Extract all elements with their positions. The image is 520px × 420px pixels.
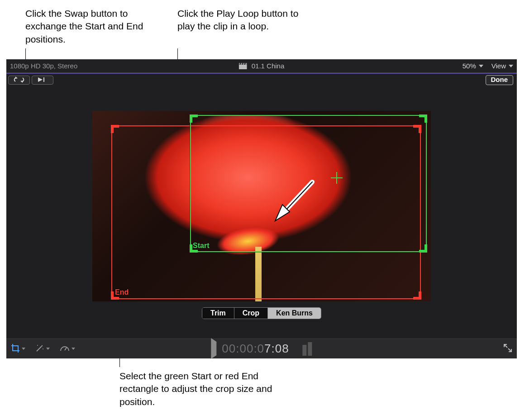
timecode-emph: 7:08 [264,342,289,355]
zoom-popup[interactable]: 50% [463,62,483,70]
play-loop-button[interactable] [32,76,53,85]
svg-point-14 [37,345,38,346]
project-format: 1080p HD 30p, Stereo [10,62,77,70]
callout-select-rect: Select the green Start or red End rectan… [119,370,273,408]
play-loop-icon [36,76,49,84]
crop-toolbar: Done [6,74,517,86]
resize-handle-icon[interactable] [190,244,198,253]
crosshair-icon [331,172,343,184]
svg-line-12 [37,346,42,351]
done-label: Done [491,76,508,83]
resize-handle-icon[interactable] [413,291,421,300]
svg-marker-5 [15,76,18,79]
project-info-bar: 1080p HD 30p, Stereo 01.1 China 50% View [6,59,517,73]
callout-play-loop: Click the Play Loop button to play the c… [177,7,309,33]
zoom-value: 50% [463,62,476,70]
retime-popup[interactable] [60,344,75,354]
crop-mode-segmented: Trim Crop Ken Burns [202,307,321,319]
audio-meter-icon [303,342,312,356]
enhance-popup[interactable] [35,344,50,354]
view-popup[interactable]: View [491,62,513,70]
svg-rect-0 [239,65,247,69]
clapperboard-icon [239,63,247,69]
timecode-dim: 00:00:0 [222,342,264,355]
resize-handle-icon[interactable] [419,115,427,123]
resize-handle-icon[interactable] [419,244,427,253]
transform-popup[interactable] [11,344,25,354]
swap-icon [13,76,25,84]
svg-marker-6 [20,81,23,83]
clip-title-group: 01.1 China [239,62,285,70]
play-icon[interactable] [211,342,216,356]
playhead-timecode: 00:00:07:08 [211,342,312,356]
playback-bar: 00:00:07:08 [6,339,517,358]
resize-handle-icon[interactable] [190,115,198,123]
svg-line-17 [505,345,507,348]
crop-icon [11,344,20,354]
chevron-down-icon [22,348,25,350]
magic-wand-icon [35,344,44,354]
chevron-down-icon [46,348,50,350]
swap-button[interactable] [8,76,30,85]
view-label: View [491,62,506,70]
svg-point-13 [42,345,43,346]
segment-crop[interactable]: Crop [234,308,268,319]
resize-handle-icon[interactable] [111,291,119,300]
viewer-canvas[interactable]: End Start [92,111,431,301]
callout-swap: Click the Swap button to exchange the St… [25,7,157,46]
viewer-wrap: End Start [6,86,517,325]
resize-handle-icon[interactable] [111,125,119,133]
svg-line-18 [508,348,511,351]
viewer-panel: 1080p HD 30p, Stereo 01.1 China 50% View [6,59,517,358]
chevron-down-icon [72,348,75,350]
chevron-down-icon [509,65,513,67]
ken-burns-start-rect[interactable]: Start [190,115,427,252]
svg-marker-7 [38,77,43,82]
clip-name: 01.1 China [252,62,285,70]
chevron-down-icon [479,65,483,67]
speedometer-icon [60,344,70,354]
fullscreen-button[interactable] [503,344,512,354]
svg-point-15 [43,348,43,349]
segment-ken-burns[interactable]: Ken Burns [268,308,321,319]
svg-rect-8 [43,77,44,82]
svg-line-16 [65,348,67,350]
done-button[interactable]: Done [486,75,514,85]
segment-trim[interactable]: Trim [202,308,234,319]
